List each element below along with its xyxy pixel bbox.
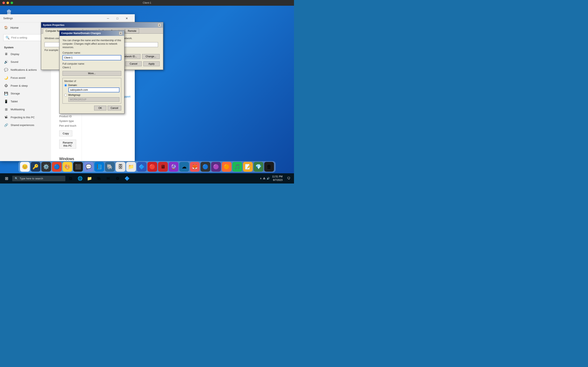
sidebar-item-label: Notifications & actions	[11, 68, 37, 71]
windows-spec-title: Windows specifications	[59, 157, 73, 161]
spec-label: System type	[59, 119, 82, 123]
dock-1password[interactable]: 🔑	[31, 162, 40, 172]
network-icon[interactable]: 🖧	[263, 177, 265, 180]
comp-name-desc: You can change the name and the membersh…	[62, 39, 121, 49]
search-input[interactable]	[11, 36, 45, 39]
dock-system-prefs[interactable]: ⚙️	[41, 162, 51, 172]
settings-window-title: Settings	[3, 17, 13, 20]
taskbar-search-icon: 🔍	[15, 177, 18, 180]
app-taskbar-icon[interactable]: 🔷	[122, 174, 131, 183]
home-label: Home	[10, 26, 18, 29]
dock-phpstorm[interactable]: 🔴	[147, 162, 157, 172]
dock-app2[interactable]: 🔵	[200, 162, 210, 172]
dock-finder[interactable]: 😊	[20, 162, 30, 172]
settings-titlebar: Settings ─ □ ✕	[0, 14, 135, 22]
full-name-value: Client-1	[62, 66, 121, 69]
task-view-button[interactable]: ⧉	[66, 174, 75, 183]
dock-spotify[interactable]: 🎵	[232, 162, 242, 172]
minimize-button[interactable]: ─	[103, 15, 113, 21]
sidebar-item-focus[interactable]: 🌙 Focus assist	[0, 74, 51, 82]
domain-input[interactable]	[68, 87, 120, 92]
domain-label: Domain:	[68, 84, 77, 87]
dock-figma[interactable]: 🎨	[62, 162, 72, 172]
mac-close-button[interactable]	[2, 2, 5, 4]
member-of-section: Member of Domain: Workgroup:	[62, 78, 121, 104]
speaker-icon[interactable]: 🔊	[267, 177, 270, 180]
dock-discord[interactable]: 💬	[84, 162, 94, 172]
sidebar-item-label: Focus assist	[11, 76, 25, 79]
notification-center-button[interactable]: 🗨	[285, 175, 292, 182]
workgroup-input[interactable]	[68, 97, 120, 102]
dock-app3[interactable]: 🟣	[211, 162, 221, 172]
sidebar-item-projecting[interactable]: 📽 Projecting to this PC	[0, 113, 51, 121]
chevron-icon[interactable]: ∧	[260, 177, 262, 180]
comp-ok-button[interactable]: OK	[94, 106, 106, 110]
storage-icon: 💾	[4, 92, 8, 95]
clock[interactable]: 11:51 PM 8/7/2023	[272, 175, 283, 182]
sidebar-item-label: Projecting to this PC	[11, 116, 35, 119]
close-button[interactable]: ✕	[122, 15, 131, 21]
copy-button[interactable]: Copy	[59, 131, 72, 136]
dock-intellij[interactable]: 🔮	[169, 162, 178, 172]
rename-pc-button[interactable]: Rename this PC	[59, 140, 76, 149]
comp-cancel-button[interactable]: Cancel	[108, 106, 121, 110]
comp-name-title: Computer Name/Domain Changes	[61, 32, 101, 35]
sidebar-item-storage[interactable]: 💾 Storage	[0, 90, 51, 98]
clock-date: 8/7/2023	[272, 178, 283, 182]
dock-chrome[interactable]: 🔵	[52, 162, 62, 172]
dock-azure[interactable]: ☁	[179, 162, 189, 172]
dock-notes[interactable]: 📝	[243, 162, 253, 172]
dock-postgres[interactable]: 🐘	[105, 162, 115, 172]
dock-vscode[interactable]: 📘	[94, 162, 104, 172]
spec-row-system-type: System type	[59, 119, 73, 123]
taskbar-search[interactable]: 🔍 Type here to search	[12, 176, 65, 181]
store-taskbar-icon[interactable]: 🛍	[94, 174, 103, 183]
apply-button[interactable]: Apply	[143, 61, 160, 66]
mail-taskbar-icon[interactable]: ✉	[104, 174, 113, 183]
dock-trash[interactable]: 🗑	[264, 162, 274, 172]
sidebar-item-shared[interactable]: 🔗 Shared experiences	[0, 121, 51, 129]
cancel-button[interactable]: Cancel	[125, 61, 142, 66]
spec-label: Product ID	[59, 115, 82, 118]
comp-name-label: Computer name:	[62, 51, 121, 54]
dock-terminal[interactable]: ⬛	[73, 162, 83, 172]
tab-remote[interactable]: Remote	[125, 29, 139, 33]
comp-name-close-button[interactable]: ×	[119, 31, 122, 35]
spec-row-pen-touch: Pen and touch	[59, 124, 73, 127]
change-button[interactable]: Change...	[142, 54, 160, 59]
comp-name-titlebar: Computer Name/Domain Changes ×	[60, 31, 124, 36]
start-button[interactable]: ⊞	[2, 174, 11, 183]
more-button[interactable]: More...	[62, 71, 121, 76]
dock-obsidian[interactable]: 💎	[254, 162, 263, 172]
spec-row-product-id: Product ID	[59, 115, 73, 118]
explorer-taskbar-icon[interactable]: 📁	[85, 174, 94, 183]
sidebar-item-multitasking[interactable]: ⊞ Multitasking	[0, 105, 51, 113]
settings-taskbar-icon[interactable]: ⚙	[113, 174, 122, 183]
maximize-button[interactable]: □	[113, 15, 122, 21]
system-props-close-button[interactable]: ×	[158, 23, 161, 27]
mac-window-title: Client-1	[143, 1, 151, 4]
edge-taskbar-icon[interactable]: 🌐	[76, 174, 85, 183]
dock-rdp[interactable]: 🖥	[158, 162, 168, 172]
mac-maximize-button[interactable]	[11, 2, 13, 4]
member-of-label: Member of	[64, 80, 120, 83]
dock-files[interactable]: 📁	[126, 162, 136, 172]
projecting-icon: 📽	[4, 115, 8, 119]
dock-teams[interactable]: 🔷	[137, 162, 147, 172]
comp-name-input[interactable]	[62, 55, 121, 60]
mac-minimize-button[interactable]	[7, 2, 9, 4]
power-icon: ⏻	[4, 84, 8, 87]
dock-app4[interactable]: 🟠	[222, 162, 232, 172]
domain-radio-row: Domain:	[64, 84, 120, 87]
dock-db[interactable]: 🗄	[116, 162, 125, 172]
sys-tray: ∧ 🖧 🔊	[260, 177, 270, 180]
sidebar-item-label: Storage	[11, 92, 20, 95]
display-icon: 🖥	[4, 52, 8, 56]
sidebar-item-label: Tablet	[11, 100, 18, 103]
workgroup-radio[interactable]	[64, 94, 67, 96]
sidebar-item-power[interactable]: ⏻ Power & sleep	[0, 82, 51, 90]
domain-radio[interactable]	[64, 84, 67, 87]
dock-app1[interactable]: 🦊	[190, 162, 200, 172]
desktop-area: 🗑 Recycle Bin 🌐 Microsoft Edge Settings …	[0, 6, 294, 173]
sidebar-item-tablet[interactable]: 📱 Tablet	[0, 98, 51, 105]
